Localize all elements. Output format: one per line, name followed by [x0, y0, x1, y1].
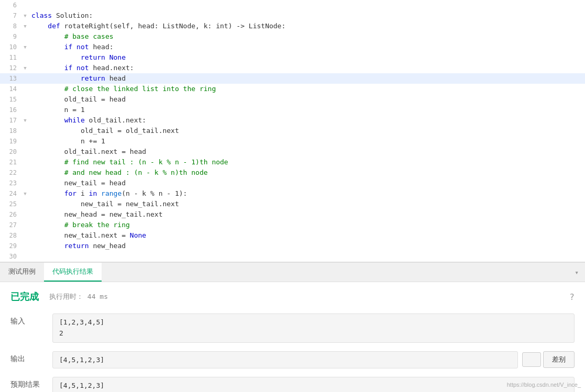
code-content: def rotateRight(self, head: ListNode, k:…	[29, 21, 585, 31]
code-row-23: 23 new_tail = head	[0, 178, 585, 188]
code-row-8: 8▼ def rotateRight(self, head: ListNode,…	[0, 21, 585, 31]
code-content: n = 1	[29, 105, 585, 115]
line-number: 18	[0, 126, 21, 136]
line-number: 11	[0, 52, 21, 63]
fold-arrow[interactable]: ▼	[21, 42, 29, 52]
code-row-15: 15 old_tail = head	[0, 94, 585, 105]
code-row-7: 7▼class Solution:	[0, 10, 585, 21]
code-row-14: 14 # close the linked list into the ring	[0, 84, 585, 94]
fold-arrow	[21, 178, 29, 188]
line-number: 9	[0, 31, 21, 42]
line-number: 8	[0, 21, 21, 31]
code-content: # find new tail : (n - k % n - 1)th node	[29, 157, 585, 167]
line-number: 19	[0, 136, 21, 147]
code-row-27: 27 # break the ring	[0, 220, 585, 230]
code-row-17: 17▼ while old_tail.next:	[0, 115, 585, 126]
line-number: 12	[0, 63, 21, 73]
code-content: # close the linked list into the ring	[29, 84, 585, 94]
exec-time: 执行用时： 44 ms	[49, 292, 108, 301]
code-content	[29, 251, 585, 262]
code-content: n += 1	[29, 136, 585, 147]
code-row-16: 16 n = 1	[0, 105, 585, 115]
code-content: return head	[29, 73, 585, 84]
line-number: 30	[0, 251, 21, 262]
fold-arrow	[21, 0, 29, 10]
fold-arrow[interactable]: ▼	[21, 115, 29, 126]
fold-arrow[interactable]: ▼	[21, 21, 29, 31]
tab-testcase[interactable]: 测试用例	[0, 263, 44, 282]
code-content: # base cases	[29, 31, 585, 42]
fold-arrow	[21, 73, 29, 84]
fold-arrow	[21, 94, 29, 105]
code-row-26: 26 new_head = new_tail.next	[0, 209, 585, 220]
line-number: 28	[0, 230, 21, 241]
fold-arrow	[21, 31, 29, 42]
expected-label: 预期结果	[10, 377, 52, 389]
results-area: 已完成 执行用时： 44 ms ? 输入 [1,2,3,4,5]2 输出 [4,…	[0, 282, 585, 392]
fold-arrow	[21, 84, 29, 94]
help-icon[interactable]: ?	[569, 292, 575, 302]
code-editor: 67▼class Solution:8▼ def rotateRight(sel…	[0, 0, 585, 262]
line-number: 24	[0, 188, 21, 199]
code-content: old_tail.next = head	[29, 147, 585, 157]
line-number: 6	[0, 0, 21, 10]
status-row: 已完成 执行用时： 44 ms ?	[10, 290, 575, 303]
output-value-box: [4,5,1,2,3]	[52, 351, 518, 369]
code-row-19: 19 n += 1	[0, 136, 585, 147]
code-content: old_tail = head	[29, 94, 585, 105]
line-number: 21	[0, 157, 21, 167]
input-row: 输入 [1,2,3,4,5]2	[10, 313, 575, 343]
line-number: 25	[0, 199, 21, 209]
expected-value-box: [4,5,1,2,3]	[52, 377, 575, 392]
code-row-12: 12▼ if not head.next:	[0, 63, 585, 73]
code-row-9: 9 # base cases	[0, 31, 585, 42]
expected-row: 预期结果 [4,5,1,2,3]	[10, 377, 575, 392]
code-row-29: 29 return new_head	[0, 241, 585, 251]
code-content: while old_tail.next:	[29, 115, 585, 126]
line-number: 17	[0, 115, 21, 126]
line-number: 23	[0, 178, 21, 188]
line-number: 29	[0, 241, 21, 251]
code-row-20: 20 old_tail.next = head	[0, 147, 585, 157]
code-content: return None	[29, 52, 585, 63]
fold-arrow[interactable]: ▼	[21, 188, 29, 199]
fold-arrow	[21, 199, 29, 209]
line-number: 15	[0, 94, 21, 105]
code-row-13: 13 return head	[0, 73, 585, 84]
code-content: return new_head	[29, 241, 585, 251]
line-number: 13	[0, 73, 21, 84]
line-number: 10	[0, 42, 21, 52]
tabs-bar: 测试用例代码执行结果 ▾	[0, 262, 585, 282]
code-content: for i in range(n - k % n - 1):	[29, 188, 585, 199]
code-row-25: 25 new_tail = new_tail.next	[0, 199, 585, 209]
line-number: 20	[0, 147, 21, 157]
code-content: # break the ring	[29, 220, 585, 230]
diff-button[interactable]: 差别	[543, 351, 575, 368]
fold-arrow	[21, 209, 29, 220]
fold-arrow	[21, 147, 29, 157]
code-content: old_tail = old_tail.next	[29, 126, 585, 136]
code-row-18: 18 old_tail = old_tail.next	[0, 126, 585, 136]
code-row-11: 11 return None	[0, 52, 585, 63]
fold-arrow	[21, 105, 29, 115]
code-row-22: 22 # and new head : (n - k % n)th node	[0, 167, 585, 178]
fold-arrow[interactable]: ▼	[21, 63, 29, 73]
tab-chevron[interactable]: ▾	[568, 264, 585, 281]
line-number: 16	[0, 105, 21, 115]
code-row-6: 6	[0, 0, 585, 10]
fold-arrow	[21, 167, 29, 178]
line-number: 14	[0, 84, 21, 94]
fold-arrow	[21, 136, 29, 147]
line-number: 27	[0, 220, 21, 230]
code-content: new_tail.next = None	[29, 230, 585, 241]
line-number: 26	[0, 209, 21, 220]
fold-arrow	[21, 157, 29, 167]
fold-arrow	[21, 126, 29, 136]
code-content: if not head:	[29, 42, 585, 52]
fold-arrow[interactable]: ▼	[21, 10, 29, 21]
output-label: 输出	[10, 351, 52, 364]
code-content: new_tail = head	[29, 178, 585, 188]
tab-result[interactable]: 代码执行结果	[44, 263, 102, 282]
status-done: 已完成	[10, 290, 39, 303]
code-content: if not head.next:	[29, 63, 585, 73]
